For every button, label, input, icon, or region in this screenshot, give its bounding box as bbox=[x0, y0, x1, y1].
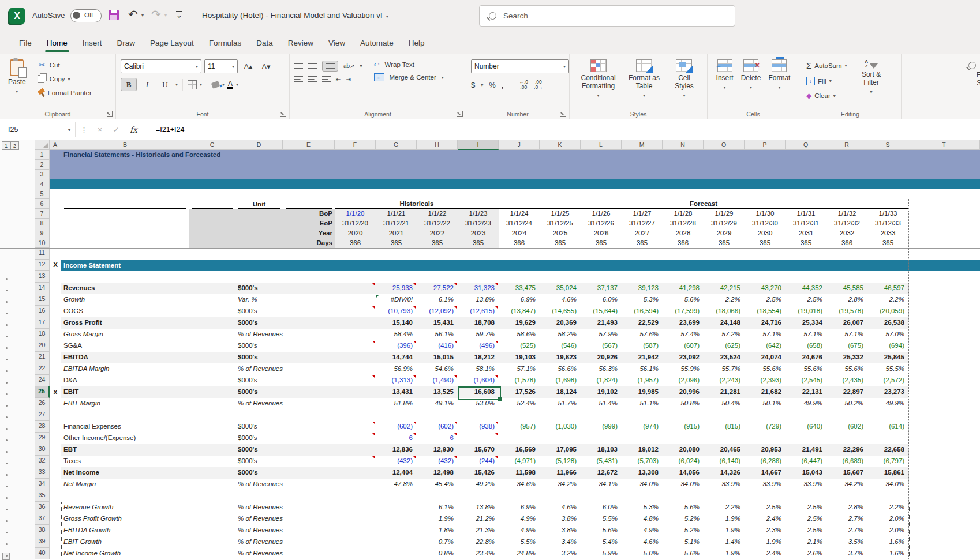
cell-L26[interactable]: 51.4% bbox=[581, 398, 622, 409]
row-label-33[interactable]: Net Income bbox=[61, 467, 189, 479]
cell-I26[interactable]: 53.0% bbox=[458, 398, 499, 409]
cell-H34[interactable]: 45.4% bbox=[417, 479, 458, 490]
cell-F18[interactable] bbox=[335, 329, 376, 340]
cell-R33[interactable]: 15,607 bbox=[826, 467, 867, 479]
cell-P24[interactable]: (2,393) bbox=[745, 375, 786, 386]
cell-R29[interactable] bbox=[826, 433, 867, 444]
underline-chevron-icon[interactable]: ▾ bbox=[175, 82, 178, 87]
cell-S26[interactable]: 49.9% bbox=[867, 398, 908, 409]
row-header-3[interactable]: 3 bbox=[35, 170, 50, 179]
cell-Q38[interactable]: 2.5% bbox=[786, 525, 826, 536]
unit-29[interactable]: $000's bbox=[235, 433, 283, 444]
cell-S15[interactable]: 2.2% bbox=[867, 294, 908, 306]
cell-C16[interactable] bbox=[189, 306, 235, 317]
cell-A8[interactable] bbox=[50, 219, 61, 228]
cell-A29[interactable] bbox=[50, 433, 61, 444]
cell-P17[interactable]: 24,716 bbox=[745, 317, 786, 329]
document-title[interactable]: Hospitality (Hotel) - Financial Model an… bbox=[202, 11, 388, 20]
cell-I33[interactable]: 15,426 bbox=[458, 467, 499, 479]
cell-N38[interactable]: 5.2% bbox=[663, 525, 704, 536]
column-header-T[interactable]: T bbox=[908, 140, 980, 150]
cell-F37[interactable] bbox=[335, 513, 376, 525]
unit-16[interactable]: $000's bbox=[235, 306, 283, 317]
row-header-20[interactable]: 20 bbox=[35, 340, 50, 352]
cell-J30[interactable]: 16,569 bbox=[499, 444, 540, 456]
row-label-15[interactable]: Growth bbox=[61, 294, 189, 306]
row-label-20[interactable]: SG&A bbox=[61, 340, 189, 352]
font-size-select[interactable]: 11 ▾ bbox=[204, 59, 238, 73]
increase-decimal-icon[interactable]: ←.0 .00 bbox=[519, 80, 528, 90]
cell-N16[interactable]: (17,599) bbox=[663, 306, 704, 317]
cell-T17[interactable] bbox=[908, 317, 980, 329]
cut-button[interactable]: ✂ Cut bbox=[35, 59, 94, 70]
cell-P33[interactable]: 14,667 bbox=[745, 467, 786, 479]
cell-E21[interactable] bbox=[283, 352, 335, 363]
cell-A37[interactable] bbox=[50, 513, 61, 525]
cell-L10[interactable]: 365 bbox=[581, 238, 622, 248]
row-label-39[interactable]: EBIT Growth bbox=[61, 536, 189, 548]
cell-E22[interactable] bbox=[283, 363, 335, 375]
cell-T30[interactable] bbox=[908, 444, 980, 456]
cell-C38[interactable] bbox=[189, 525, 235, 536]
row-header-10[interactable]: 10 bbox=[35, 238, 50, 248]
cell-A28[interactable] bbox=[50, 421, 61, 433]
cell-A7[interactable] bbox=[50, 209, 61, 219]
increase-font-size-button[interactable]: A▴ bbox=[241, 61, 256, 73]
row-header-11[interactable]: 11 bbox=[35, 248, 50, 260]
cell-I16[interactable]: (12,615) bbox=[458, 306, 499, 317]
row-header-25[interactable]: 25 bbox=[35, 386, 50, 398]
cell-A25[interactable]: x bbox=[50, 386, 61, 398]
cell-K36[interactable]: 4.6% bbox=[540, 502, 581, 513]
cell-I39[interactable]: 22.8% bbox=[458, 536, 499, 548]
cell-I24[interactable]: (1,604) bbox=[458, 375, 499, 386]
row-header-22[interactable]: 22 bbox=[35, 363, 50, 375]
cell-P36[interactable]: 2.5% bbox=[745, 502, 786, 513]
cell-F7[interactable]: 1/1/20 bbox=[335, 209, 376, 219]
cell-O29[interactable] bbox=[704, 433, 745, 444]
cell-K32[interactable]: (5,128) bbox=[540, 456, 581, 467]
cell-Q9[interactable]: 2031 bbox=[786, 228, 826, 238]
cell-G33[interactable]: 12,404 bbox=[376, 467, 417, 479]
clipboard-dialog-launcher[interactable] bbox=[107, 111, 113, 117]
cell-I21[interactable]: 18,212 bbox=[458, 352, 499, 363]
cell-T10[interactable] bbox=[908, 238, 980, 248]
cell-L25[interactable]: 19,102 bbox=[581, 386, 622, 398]
cell-T7[interactable] bbox=[908, 209, 980, 219]
row-header-32[interactable]: 32 bbox=[35, 456, 50, 467]
cell-P29[interactable] bbox=[745, 433, 786, 444]
column-header-L[interactable]: L bbox=[581, 140, 622, 150]
cell-J9[interactable]: 2024 bbox=[499, 228, 540, 238]
cell-S10[interactable]: 365 bbox=[867, 238, 908, 248]
cell-O34[interactable]: 33.9% bbox=[704, 479, 745, 490]
cell-S38[interactable]: 2.0% bbox=[867, 525, 908, 536]
row-label-24[interactable]: D&A bbox=[61, 375, 189, 386]
cell-H24[interactable]: (1,490) bbox=[417, 375, 458, 386]
cell-C14[interactable] bbox=[189, 283, 235, 294]
cell-L34[interactable]: 34.1% bbox=[581, 479, 622, 490]
tab-review[interactable]: Review bbox=[280, 34, 321, 52]
cell-O39[interactable]: 1.4% bbox=[704, 536, 745, 548]
cell-M18[interactable]: 57.6% bbox=[622, 329, 663, 340]
cell-J38[interactable]: 4.9% bbox=[499, 525, 540, 536]
cell-C39[interactable] bbox=[189, 536, 235, 548]
cell-N7[interactable]: 1/1/28 bbox=[663, 209, 704, 219]
cell-T8[interactable] bbox=[908, 219, 980, 228]
align-left-icon[interactable] bbox=[294, 76, 303, 82]
enter-icon[interactable]: ✓ bbox=[113, 125, 119, 134]
formula-input[interactable]: =I21+I24 bbox=[156, 126, 184, 134]
cell-O16[interactable]: (18,066) bbox=[704, 306, 745, 317]
cell-L9[interactable]: 2026 bbox=[581, 228, 622, 238]
cell-A18[interactable] bbox=[50, 329, 61, 340]
cell-J26[interactable]: 52.4% bbox=[499, 398, 540, 409]
orientation-chevron-icon[interactable]: ▾ bbox=[360, 63, 362, 69]
unit-39[interactable]: % of Revenues bbox=[235, 536, 283, 548]
cell-S24[interactable]: (2,572) bbox=[867, 375, 908, 386]
cell-I30[interactable]: 15,670 bbox=[458, 444, 499, 456]
cell-F33[interactable] bbox=[335, 467, 376, 479]
cell-K29[interactable] bbox=[540, 433, 581, 444]
cell-A38[interactable] bbox=[50, 525, 61, 536]
cell-R24[interactable]: (2,435) bbox=[826, 375, 867, 386]
cell-C18[interactable] bbox=[189, 329, 235, 340]
cell-C30[interactable] bbox=[189, 444, 235, 456]
cell-P26[interactable]: 50.1% bbox=[745, 398, 786, 409]
